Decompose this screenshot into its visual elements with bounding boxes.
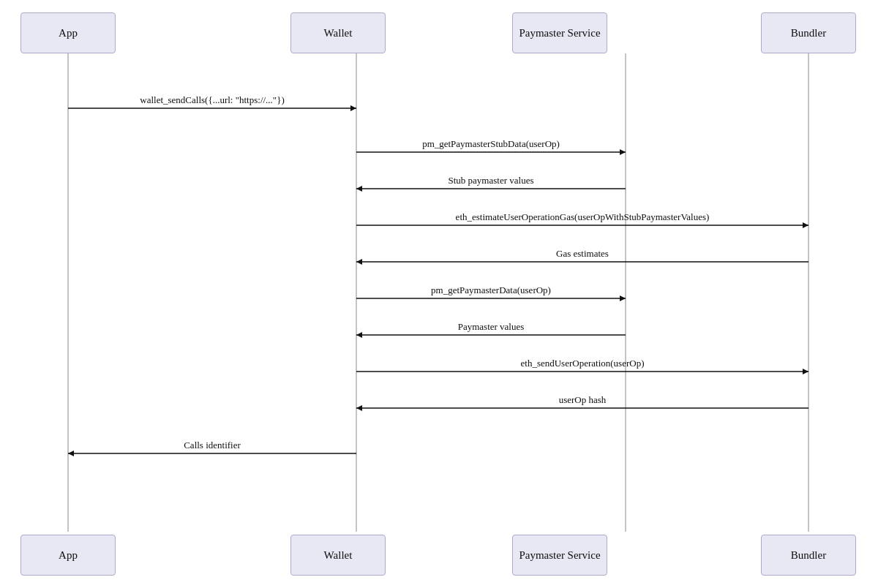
sequence-diagram: wallet_sendCalls({...url: "https://..."}… xyxy=(0,0,878,588)
svg-text:eth_estimateUserOperationGas(u: eth_estimateUserOperationGas(userOpWithS… xyxy=(456,211,710,222)
actor-wallet-top: Wallet xyxy=(290,12,386,53)
svg-marker-5 xyxy=(350,105,356,111)
svg-text:Paymaster values: Paymaster values xyxy=(458,321,525,332)
svg-text:userOp hash: userOp hash xyxy=(559,394,607,405)
actor-bundler-bottom: Bundler xyxy=(761,535,856,576)
svg-text:pm_getPaymasterData(userOp): pm_getPaymasterData(userOp) xyxy=(431,284,551,295)
actor-paymaster-top: Paymaster Service xyxy=(512,12,607,53)
svg-marker-17 xyxy=(356,259,362,265)
svg-text:pm_getPaymasterStubData(userOp: pm_getPaymasterStubData(userOp) xyxy=(422,138,560,149)
svg-marker-32 xyxy=(68,451,74,456)
actor-app-bottom: App xyxy=(20,535,116,576)
svg-text:Stub paymaster values: Stub paymaster values xyxy=(449,175,534,186)
svg-marker-23 xyxy=(356,332,362,338)
svg-marker-8 xyxy=(620,149,626,155)
actor-wallet-bottom: Wallet xyxy=(290,535,386,576)
svg-text:eth_sendUserOperation(userOp): eth_sendUserOperation(userOp) xyxy=(521,358,645,369)
svg-text:wallet_sendCalls({...url: "htt: wallet_sendCalls({...url: "https://..."}… xyxy=(140,94,285,105)
svg-text:Calls identifier: Calls identifier xyxy=(184,440,241,451)
actor-app-top: App xyxy=(20,12,116,53)
svg-marker-26 xyxy=(803,369,808,374)
actor-bundler-top: Bundler xyxy=(761,12,856,53)
diagram-svg: wallet_sendCalls({...url: "https://..."}… xyxy=(0,0,878,588)
svg-marker-29 xyxy=(356,405,362,411)
svg-marker-11 xyxy=(356,186,362,192)
svg-marker-14 xyxy=(803,222,808,228)
svg-text:Gas estimates: Gas estimates xyxy=(556,248,609,259)
svg-marker-20 xyxy=(620,295,626,301)
actor-paymaster-bottom: Paymaster Service xyxy=(512,535,607,576)
